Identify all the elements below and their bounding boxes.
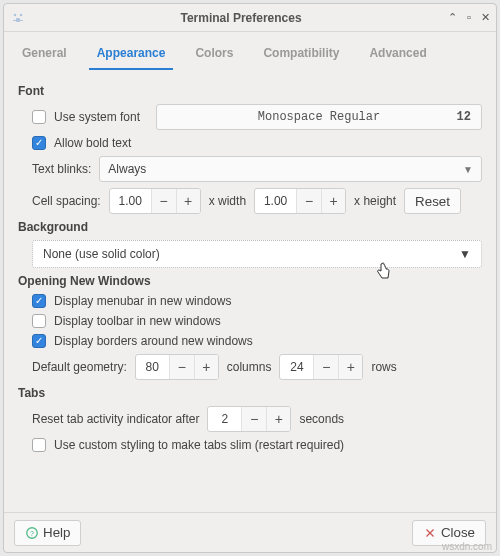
columns-spinner[interactable]: 80 − + <box>135 354 219 380</box>
use-system-font-checkbox[interactable] <box>32 110 46 124</box>
cell-width-plus[interactable]: + <box>176 189 200 213</box>
titlebar: Terminal Preferences ⌃ ▫ ✕ <box>4 4 496 32</box>
footer: ? Help Close <box>4 512 496 552</box>
allow-bold-label: Allow bold text <box>54 136 131 150</box>
tab-colors[interactable]: Colors <box>187 38 241 70</box>
tab-appearance[interactable]: Appearance <box>89 38 174 70</box>
expand-icon[interactable]: ⌃ <box>448 12 457 23</box>
x-height-label: x height <box>354 194 396 208</box>
window-title: Terminal Preferences <box>34 11 448 25</box>
svg-rect-2 <box>16 18 20 22</box>
display-menubar-label: Display menubar in new windows <box>54 294 231 308</box>
font-name: Monospace Regular <box>258 110 380 124</box>
cell-height-spinner[interactable]: 1.00 − + <box>254 188 346 214</box>
default-geometry-label: Default geometry: <box>32 360 127 374</box>
columns-minus[interactable]: − <box>170 355 194 379</box>
display-menubar-checkbox[interactable] <box>32 294 46 308</box>
display-borders-label: Display borders around new windows <box>54 334 253 348</box>
background-value: None (use solid color) <box>43 247 160 261</box>
preferences-window: Terminal Preferences ⌃ ▫ ✕ General Appea… <box>3 3 497 553</box>
help-icon: ? <box>25 526 39 540</box>
text-blinks-label: Text blinks: <box>32 162 91 176</box>
tab-advanced[interactable]: Advanced <box>361 38 434 70</box>
font-chooser-button[interactable]: Monospace Regular 12 <box>156 104 482 130</box>
cell-spacing-label: Cell spacing: <box>32 194 101 208</box>
tab-compatibility[interactable]: Compatibility <box>255 38 347 70</box>
tab-general[interactable]: General <box>14 38 75 70</box>
rows-spinner[interactable]: 24 − + <box>279 354 363 380</box>
seconds-label: seconds <box>299 412 344 426</box>
reset-cell-spacing-button[interactable]: Reset <box>404 188 461 214</box>
rows-value: 24 <box>280 355 314 379</box>
columns-value: 80 <box>136 355 170 379</box>
tab-activity-spinner[interactable]: 2 − + <box>207 406 291 432</box>
use-system-font-label: Use system font <box>54 110 140 124</box>
display-toolbar-label: Display toolbar in new windows <box>54 314 221 328</box>
cell-height-plus[interactable]: + <box>321 189 345 213</box>
text-blinks-select[interactable]: Always ▼ <box>99 156 482 182</box>
cell-width-spinner[interactable]: 1.00 − + <box>109 188 201 214</box>
tab-activity-minus[interactable]: − <box>242 407 266 431</box>
svg-rect-3 <box>13 20 16 21</box>
rows-minus[interactable]: − <box>314 355 338 379</box>
columns-label: columns <box>227 360 272 374</box>
help-button[interactable]: ? Help <box>14 520 81 546</box>
custom-styling-label: Use custom styling to make tabs slim (re… <box>54 438 344 452</box>
watermark: wsxdn.com <box>442 541 492 552</box>
svg-rect-4 <box>20 20 23 21</box>
display-toolbar-checkbox[interactable] <box>32 314 46 328</box>
help-label: Help <box>43 525 70 540</box>
chevron-down-icon: ▼ <box>459 247 471 261</box>
cell-width-value: 1.00 <box>110 189 152 213</box>
window-controls: ⌃ ▫ ✕ <box>448 12 490 23</box>
section-font: Font <box>18 84 482 98</box>
cell-height-minus[interactable]: − <box>297 189 321 213</box>
chevron-down-icon: ▼ <box>463 164 473 175</box>
content-area: Font Use system font Monospace Regular 1… <box>4 70 496 512</box>
text-blinks-value: Always <box>108 162 146 176</box>
custom-styling-checkbox[interactable] <box>32 438 46 452</box>
tab-activity-plus[interactable]: + <box>266 407 290 431</box>
allow-bold-checkbox[interactable] <box>32 136 46 150</box>
rows-plus[interactable]: + <box>338 355 362 379</box>
background-select[interactable]: None (use solid color) ▼ <box>32 240 482 268</box>
close-label: Close <box>441 525 475 540</box>
columns-plus[interactable]: + <box>194 355 218 379</box>
rows-label: rows <box>371 360 396 374</box>
section-opening: Opening New Windows <box>18 274 482 288</box>
svg-point-0 <box>14 13 17 16</box>
maximize-icon[interactable]: ▫ <box>467 12 471 23</box>
reset-tab-activity-label: Reset tab activity indicator after <box>32 412 199 426</box>
cell-width-minus[interactable]: − <box>152 189 176 213</box>
close-icon <box>423 526 437 540</box>
tab-activity-value: 2 <box>208 407 242 431</box>
display-borders-checkbox[interactable] <box>32 334 46 348</box>
section-background: Background <box>18 220 482 234</box>
x-width-label: x width <box>209 194 246 208</box>
cell-height-value: 1.00 <box>255 189 297 213</box>
svg-text:?: ? <box>30 529 34 536</box>
close-window-icon[interactable]: ✕ <box>481 12 490 23</box>
svg-point-1 <box>20 13 23 16</box>
section-tabs: Tabs <box>18 386 482 400</box>
tab-bar: General Appearance Colors Compatibility … <box>4 32 496 70</box>
app-icon <box>10 10 26 26</box>
font-size: 12 <box>457 110 471 124</box>
